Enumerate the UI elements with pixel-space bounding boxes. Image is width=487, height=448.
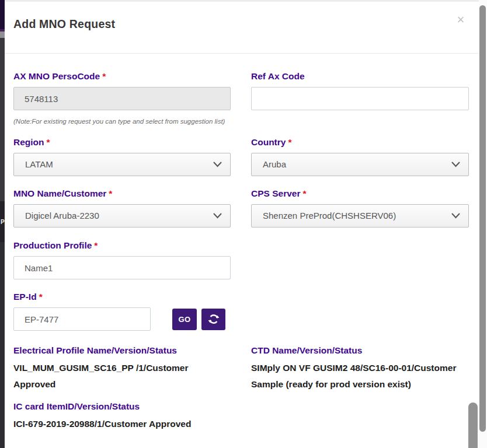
modal-title: Add MNO Request <box>13 17 470 31</box>
required-asterisk: * <box>47 137 50 147</box>
field-mno-name: MNO Name/Customer* Digicel Aruba-2230 <box>13 188 231 228</box>
production-profile-label: Production Profile* <box>13 240 231 251</box>
ref-ax-code-label: Ref Ax Code <box>251 71 469 82</box>
ep-id-controls: GO <box>13 307 265 331</box>
field-ref-ax-code: Ref Ax Code <box>251 71 469 125</box>
chevron-down-icon <box>213 161 222 168</box>
mno-name-selected-value: Digicel Aruba-2230 <box>25 211 99 220</box>
required-asterisk: * <box>94 240 98 250</box>
chevron-down-icon <box>213 212 222 219</box>
ax-mno-persocode-note: (Note:For existing request you can type … <box>13 117 231 125</box>
ctd-value: SIMply ON VF GUSIM2 48/SC16-00-01/Custom… <box>251 360 469 393</box>
form-row: IC card ItemID/Version/Status ICI-679-20… <box>13 401 479 432</box>
ax-mno-persocode-label: AX MNO PersoCode* <box>13 71 231 82</box>
go-button[interactable]: GO <box>172 309 197 330</box>
close-icon: × <box>457 12 465 27</box>
modal-body: AX MNO PersoCode* (Note:For existing req… <box>5 54 479 432</box>
electrical-profile-label: Electrical Profile Name/Version/Status <box>13 345 231 356</box>
form-row: Electrical Profile Name/Version/Status V… <box>13 345 479 393</box>
country-select[interactable]: Aruba <box>251 153 469 176</box>
cps-server-select[interactable]: Shenzen PreProd(CHSHSERV06) <box>251 204 469 228</box>
required-asterisk: * <box>102 71 106 81</box>
required-asterisk: * <box>302 188 306 198</box>
field-ic-card: IC card ItemID/Version/Status ICI-679-20… <box>13 401 265 432</box>
field-ax-mno-persocode: AX MNO PersoCode* (Note:For existing req… <box>13 71 231 125</box>
field-ep-id: EP-Id* GO <box>13 291 265 331</box>
form-row: Production Profile* <box>13 240 479 279</box>
ref-ax-code-input[interactable] <box>251 87 469 110</box>
mno-name-label: MNO Name/Customer* <box>13 188 231 199</box>
ep-id-label: EP-Id* <box>13 291 265 302</box>
form-row: MNO Name/Customer* Digicel Aruba-2230 CP… <box>13 188 479 228</box>
modal-scrollbar-thumb[interactable] <box>468 402 478 448</box>
background-partial-text: P <box>0 201 5 242</box>
mno-name-select[interactable]: Digicel Aruba-2230 <box>13 204 231 228</box>
electrical-profile-value: VIL_MUM_GUSIM_SC16_PP /1/Customer Approv… <box>13 360 231 393</box>
add-mno-request-modal: Add MNO Request × AX MNO PersoCode* (Not… <box>5 2 479 448</box>
background-gray-strip <box>0 32 5 38</box>
page-scrollbar-thumb[interactable] <box>479 5 486 432</box>
country-selected-value: Aruba <box>263 159 286 169</box>
region-selected-value: LATAM <box>25 159 53 169</box>
refresh-icon <box>208 313 220 325</box>
required-asterisk: * <box>39 292 43 302</box>
background-footer-strip <box>0 242 5 448</box>
required-asterisk: * <box>109 188 112 198</box>
field-cps-server: CPS Server* Shenzen PreProd(CHSHSERV06) <box>251 188 469 228</box>
cps-server-label: CPS Server* <box>251 188 469 199</box>
region-label: Region* <box>13 136 231 148</box>
form-row: EP-Id* GO <box>13 291 479 331</box>
field-region: Region* LATAM <box>13 136 231 176</box>
background-page-edge: P <box>0 0 5 448</box>
cps-server-selected-value: Shenzen PreProd(CHSHSERV06) <box>263 211 396 220</box>
form-row: AX MNO PersoCode* (Note:For existing req… <box>13 71 479 125</box>
chevron-down-icon <box>451 161 460 168</box>
background-header-strip <box>0 0 5 29</box>
ic-card-label: IC card ItemID/Version/Status <box>13 401 265 412</box>
chevron-down-icon <box>451 212 460 219</box>
required-asterisk: * <box>288 137 291 147</box>
field-electrical-profile: Electrical Profile Name/Version/Status V… <box>13 345 231 393</box>
ic-card-value: ICI-679-2019-20988/1/Customer Approved <box>13 416 265 432</box>
page-scrollbar[interactable] <box>479 0 487 448</box>
field-ctd: CTD Name/Version/Status SIMply ON VF GUS… <box>251 345 469 393</box>
region-select[interactable]: LATAM <box>13 153 231 176</box>
field-production-profile: Production Profile* <box>13 240 231 279</box>
close-button[interactable]: × <box>454 13 467 26</box>
modal-header: Add MNO Request × <box>5 2 479 54</box>
ax-mno-persocode-input[interactable] <box>13 87 231 110</box>
country-label: Country* <box>251 136 469 148</box>
refresh-button[interactable] <box>201 309 225 330</box>
field-country: Country* Aruba <box>251 136 469 176</box>
background-body-strip <box>0 38 5 201</box>
form-row: Region* LATAM Country* Aruba <box>13 136 479 176</box>
production-profile-input[interactable] <box>13 256 231 279</box>
ep-id-input[interactable] <box>13 307 151 331</box>
ctd-label: CTD Name/Version/Status <box>251 345 469 356</box>
